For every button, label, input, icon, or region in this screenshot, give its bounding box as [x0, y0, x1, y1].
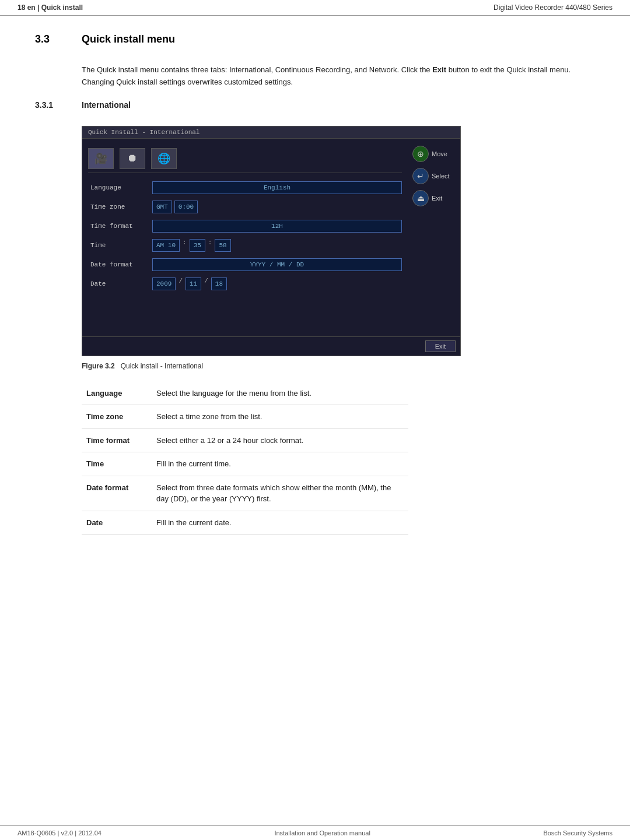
ui-tabs: 🎥 ⏺ 🌐: [88, 145, 402, 173]
timeformat-field[interactable]: 12H: [152, 220, 402, 233]
tab-network[interactable]: 🌐: [151, 148, 177, 169]
figure-caption: Figure 3.2 Quick install - International: [82, 362, 595, 370]
date-year[interactable]: 2009: [152, 277, 176, 290]
ui-titlebar: Quick Install - International: [82, 126, 460, 139]
tab-recording[interactable]: ⏺: [120, 148, 145, 169]
subsection-title: International: [82, 100, 595, 110]
timezone-label: Time zone: [88, 203, 152, 210]
language-field[interactable]: English: [152, 181, 402, 194]
desc-term: Time format: [82, 428, 152, 452]
timezone-field: GMT 0:00: [152, 201, 402, 213]
ui-body: 🎥 ⏺ 🌐 Language English Time zone: [82, 139, 460, 336]
exit-sidebar-button[interactable]: ⏏ Exit: [412, 189, 456, 208]
time-sep1: :: [182, 239, 187, 252]
desc-row: Date Fill in the current date.: [82, 511, 408, 535]
date-row: Date 2009 / 11 / 18: [88, 276, 402, 291]
footer-center: Installation and Operation manual: [274, 830, 370, 837]
tab-international[interactable]: 🎥: [88, 148, 114, 169]
desc-row: Time Fill in the current time.: [82, 452, 408, 476]
dateformat-field[interactable]: YYYY / MM / DD: [152, 258, 402, 271]
page-footer: AM18-Q0605 | v2.0 | 2012.04 Installation…: [0, 825, 630, 840]
desc-definition: Select from three date formats which sho…: [152, 476, 408, 511]
language-label: Language: [88, 184, 152, 191]
date-day[interactable]: 18: [211, 277, 227, 290]
desc-definition: Select the language for the menu from th…: [152, 382, 408, 405]
desc-row: Date format Select from three date forma…: [82, 476, 408, 511]
desc-term: Date format: [82, 476, 152, 511]
time-field: AM 10 : 35 : 58: [152, 239, 402, 252]
section-number: 3.3: [35, 33, 82, 45]
description-table: Language Select the language for the men…: [82, 382, 408, 535]
ui-main: 🎥 ⏺ 🌐 Language English Time zone: [82, 139, 408, 336]
date-sep2: /: [204, 277, 209, 290]
date-field: 2009 / 11 / 18: [152, 277, 402, 290]
tab-network-icon: 🌐: [158, 152, 170, 165]
ui-exit-bar: Exit: [82, 336, 460, 356]
desc-term: Time zone: [82, 405, 152, 429]
ui-sidebar: ⊕ Move ↵ Select ⏏ Exit: [408, 139, 460, 336]
date-sep1: /: [178, 277, 183, 290]
subsection-number: 3.3.1: [35, 100, 82, 110]
tab-international-icon: 🎥: [94, 152, 107, 165]
timeformat-row: Time format 12H: [88, 219, 402, 234]
ui-screenshot: Quick Install - International 🎥 ⏺ 🌐: [82, 126, 461, 356]
section-title: Quick install menu: [82, 33, 595, 45]
page-header: 18 en | Quick install Digital Video Reco…: [0, 0, 630, 16]
desc-definition: Select a time zone from the list.: [152, 405, 408, 429]
desc-definition: Fill in the current date.: [152, 511, 408, 535]
footer-left: AM18-Q0605 | v2.0 | 2012.04: [18, 830, 102, 837]
section-description: The Quick install menu contains three ta…: [82, 64, 595, 89]
select-label: Select: [432, 173, 450, 180]
desc-term: Language: [82, 382, 152, 405]
date-label: Date: [88, 280, 152, 287]
select-icon: ↵: [412, 168, 429, 184]
desc-term: Time: [82, 452, 152, 476]
desc-term: Date: [82, 511, 152, 535]
header-left: 18 en | Quick install: [18, 3, 83, 12]
timezone-gmt[interactable]: GMT: [152, 201, 172, 213]
desc-definition: Fill in the current time.: [152, 452, 408, 476]
desc-row: Language Select the language for the men…: [82, 382, 408, 405]
timezone-offset[interactable]: 0:00: [174, 201, 198, 213]
section-body: The Quick install menu contains three ta…: [82, 64, 595, 89]
page-content: 3.3 Quick install menu The Quick install…: [0, 16, 630, 558]
move-label: Move: [432, 150, 447, 157]
time-hour[interactable]: AM 10: [152, 239, 180, 252]
exit-button[interactable]: Exit: [425, 340, 456, 352]
subsection-3-3-1: 3.3.1 International: [35, 100, 595, 117]
time-row: Time AM 10 : 35 : 58: [88, 238, 402, 253]
section-3-3: 3.3 Quick install menu: [35, 33, 595, 52]
dateformat-row: Date format YYYY / MM / DD: [88, 257, 402, 272]
dateformat-label: Date format: [88, 261, 152, 268]
language-row: Language English: [88, 180, 402, 195]
time-sep2: :: [208, 239, 213, 252]
date-month[interactable]: 11: [186, 277, 201, 290]
desc-row: Time zone Select a time zone from the li…: [82, 405, 408, 429]
timeformat-label: Time format: [88, 223, 152, 230]
move-button[interactable]: ⊕ Move: [412, 145, 456, 163]
header-right: Digital Video Recorder 440/480 Series: [494, 3, 612, 12]
exit-sidebar-label: Exit: [432, 195, 442, 202]
select-button[interactable]: ↵ Select: [412, 167, 456, 185]
exit-sidebar-icon: ⏏: [412, 190, 429, 206]
timezone-row: Time zone GMT 0:00: [88, 199, 402, 215]
time-label: Time: [88, 242, 152, 249]
time-second[interactable]: 58: [215, 239, 230, 252]
move-icon: ⊕: [412, 146, 429, 162]
footer-right: Bosch Security Systems: [543, 830, 612, 837]
desc-row: Time format Select either a 12 or a 24 h…: [82, 428, 408, 452]
desc-definition: Select either a 12 or a 24 hour clock fo…: [152, 428, 408, 452]
tab-recording-icon: ⏺: [127, 152, 138, 164]
time-minute[interactable]: 35: [190, 239, 205, 252]
